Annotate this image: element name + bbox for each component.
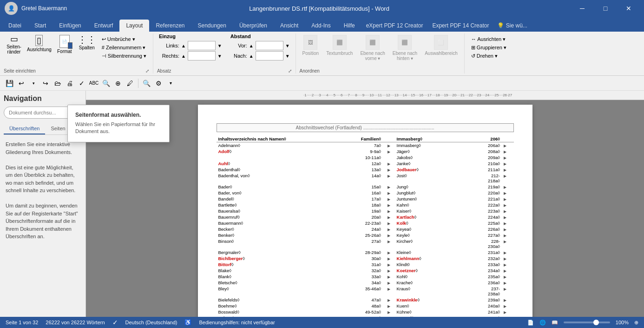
einzug-links-input[interactable] <box>188 41 216 50</box>
tab-referenzen[interactable]: Referenzen <box>149 20 191 32</box>
nav-content: Erstellen Sie eine interaktive Gliederun… <box>4 135 82 246</box>
zeilennummern-button[interactable]: # Zeilennummern ▾ <box>99 44 149 52</box>
toc-right-arrow: ▶ <box>502 190 514 196</box>
toc-right-arrow: ▶ <box>502 238 514 249</box>
settings-button[interactable]: ⚙ <box>153 78 164 89</box>
tab-expert14[interactable]: Expert PDF 14 Creator <box>427 20 493 32</box>
einzug-links-up[interactable]: ▲ <box>181 43 186 48</box>
toc-right-arrow: ▶ <box>502 202 514 208</box>
toc-left-name: Adelmann◊ <box>217 142 359 149</box>
tab-expert12[interactable]: eXpert PDF 12 Creator <box>361 20 428 32</box>
find-button[interactable]: 🔍 <box>141 78 152 89</box>
table-row: Bichlberger◊30a◊▶Kiehlmann◊232a◊▶ <box>217 255 514 261</box>
toc-col-header-arrow2 <box>502 136 514 142</box>
tooltip-description: Wählen Sie ein Papierformat für Ihr Doku… <box>75 121 162 135</box>
umbrueche-button[interactable]: ↩ Umbrüche ▾ <box>99 35 149 43</box>
navigation-panel: Navigation Überschriften Seiten Ergebnis… <box>0 91 86 317</box>
ausrichten-button[interactable]: ↔ Ausrichten ▾ <box>468 35 509 43</box>
ribbon-overflow[interactable]: 💡 Sie wü... <box>493 20 531 32</box>
drehen-button[interactable]: ↺ Drehen ▾ <box>468 52 509 60</box>
seitenraender-button[interactable]: ▭ Seiten-ränder <box>4 33 24 56</box>
spalten-button[interactable]: ⋮⋮ Spalten <box>75 33 99 52</box>
tab-sendungen[interactable]: Sendungen <box>191 20 233 32</box>
undo-dropdown[interactable]: ▾ <box>28 78 39 89</box>
toc-right-page: 234a◊ <box>478 268 502 274</box>
check-button[interactable]: ✓ <box>76 78 87 89</box>
toc-left-page: 28-29a◊ <box>359 249 383 255</box>
einzug-rechts-down[interactable]: ▼ <box>217 54 222 59</box>
tab-hilfe[interactable]: Hilfe <box>337 20 361 32</box>
gruppieren-button[interactable]: ⊞ Gruppieren ▾ <box>468 44 509 52</box>
seiteneinrichten-expand[interactable]: ⤢ <box>145 68 149 74</box>
tab-datei[interactable]: Datei <box>2 20 28 32</box>
zoom-in-button[interactable]: ⊕ <box>112 78 124 89</box>
pen-button[interactable]: 🖊 <box>125 78 136 89</box>
toc-right-name: Kircher◊ <box>395 238 478 249</box>
undo-button[interactable]: ↩ <box>16 78 27 89</box>
more-button[interactable]: ▾ <box>165 78 176 89</box>
toc-left-arrow: ▶ <box>383 238 395 249</box>
close-button[interactable]: ✕ <box>618 0 639 17</box>
toc-col-header-page2: 206◊ <box>478 136 502 142</box>
ebene-vorne-icon: ⬛ <box>366 35 380 50</box>
tab-start[interactable]: Start <box>28 20 53 32</box>
toc-left-arrow: ▶ <box>383 220 395 226</box>
table-row: Bosswald◊49-52a◊▶Kühne◊241a◊▶ <box>217 309 514 315</box>
maximize-button[interactable]: □ <box>595 0 616 17</box>
toc-right-page: 221a◊ <box>478 196 502 202</box>
toc-right-page: 242a◊ <box>478 315 502 317</box>
abstand-vor-row: Vor: ▲ ▼ <box>230 41 290 50</box>
minimize-button[interactable]: ─ <box>572 0 593 17</box>
abstand-vor-up[interactable]: ▲ <box>249 43 254 48</box>
absatz-group-label: Absatz ⤢ <box>157 68 292 74</box>
open-button[interactable]: 🗁 <box>52 78 63 89</box>
tab-layout[interactable]: Layout <box>119 20 149 32</box>
einzug-rechts-up[interactable]: ▲ <box>181 54 186 59</box>
abstand-title: Abstand <box>230 33 290 39</box>
toc-right-arrow: ▶ <box>502 154 514 161</box>
toc-right-name: Koetzner◊ <box>395 268 478 274</box>
einzug-links-down[interactable]: ▼ <box>217 43 222 48</box>
toc-right-name: Immasberg◊ <box>395 142 478 149</box>
zoom-in-status[interactable]: ⊕ <box>634 320 638 326</box>
save-button[interactable]: 💾 <box>4 78 15 89</box>
abstand-vor-down[interactable]: ▼ <box>285 43 290 48</box>
abstand-vor-input[interactable] <box>256 41 283 50</box>
absatz-expand[interactable]: ⤢ <box>288 68 292 74</box>
zoom-slider[interactable] <box>564 321 610 323</box>
redo-button[interactable]: ↪ <box>40 78 51 89</box>
toc-left-arrow: ▶ <box>383 268 395 274</box>
silbentrennung-button[interactable]: ⊣ Silbentrennung ▾ <box>99 52 149 60</box>
tab-ansicht[interactable]: Ansicht <box>274 20 305 32</box>
toc-left-name: Bosswald◊ <box>217 309 359 315</box>
tab-addins[interactable]: Add-Ins <box>305 20 337 32</box>
status-view-read[interactable]: 📖 <box>552 320 558 326</box>
toc-right-arrow: ▶ <box>502 309 514 315</box>
tab-einfuegen[interactable]: Einfügen <box>53 20 87 32</box>
toc-right-name: Kuen◊ <box>395 303 478 309</box>
einzug-rechts-input[interactable] <box>188 51 216 60</box>
document-scroll[interactable]: Abschnittswechsel (Fortlaufend) ........… <box>86 100 644 317</box>
ausrichtung-button[interactable]: ▯ Ausrichtung <box>24 33 54 54</box>
toc-left-page: 17a◊ <box>359 196 383 202</box>
seiteneinrichten-group-label: Seite einrichten ⤢ <box>4 68 149 74</box>
status-proofread-icon[interactable]: ✓ <box>112 319 118 326</box>
tab-ueberpruefen[interactable]: Überprüfen <box>233 20 274 32</box>
status-view-print[interactable]: 📄 <box>527 320 534 326</box>
nav-tab-ueberschriften[interactable]: Überschriften <box>4 123 45 134</box>
toc-right-arrow: ▶ <box>502 255 514 261</box>
abstand-nach-input[interactable] <box>256 51 283 60</box>
toc-left-name: Benker◊ <box>217 232 359 238</box>
abstand-nach-up[interactable]: ▲ <box>249 54 254 59</box>
abstand-nach-down[interactable]: ▼ <box>285 54 290 59</box>
abc-button[interactable]: ABC <box>88 78 99 89</box>
toc-left-name: Badenthal◊ <box>217 167 359 173</box>
status-accessibility-icon: ♿ <box>184 319 191 326</box>
tab-entwurf[interactable]: Entwurf <box>88 20 120 32</box>
status-view-web[interactable]: 🌐 <box>539 320 546 326</box>
toc-left-name: Bartlette◊ <box>217 202 359 208</box>
print-button[interactable]: 🖨 <box>64 78 75 89</box>
search-toolbar-button[interactable]: 🔍 <box>100 78 112 89</box>
format-button[interactable]: 📄 Format <box>54 33 75 55</box>
toc-left-page: 9-9a◊ <box>359 148 383 154</box>
